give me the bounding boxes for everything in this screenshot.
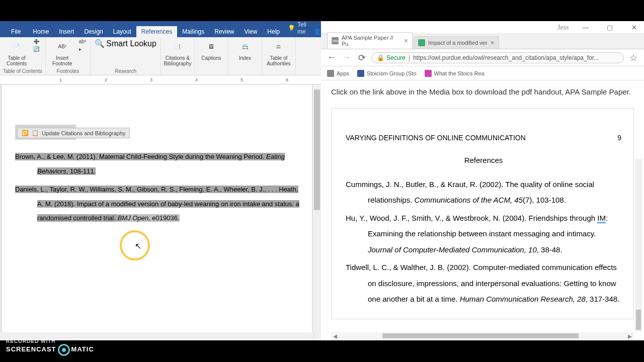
pdf-running-head: VARYING DEFINITIONS OF ONLINE COMMUNICAT…	[346, 134, 621, 142]
scrollbar-thumb[interactable]	[382, 333, 579, 338]
tell-me[interactable]: 💡Tell me	[285, 19, 309, 37]
reference-entry[interactable]: Brown, A., & Lee, M. (2011). Maternal Ch…	[15, 150, 302, 178]
group-footnotes-label: Footnotes	[49, 67, 87, 74]
page-content[interactable]: Click on the link above in the Media box…	[321, 80, 644, 340]
update-citations-label: Update Citations and Bibliography	[42, 130, 125, 136]
next-footnote-button[interactable]: ▸	[78, 46, 87, 52]
cursor-icon: ↖	[135, 241, 141, 251]
logo-icon	[58, 344, 70, 356]
document-page[interactable]: 🔁 📋 Update Citations and Bibliography Re…	[2, 84, 312, 340]
update-table-button[interactable]: 🔄	[32, 46, 40, 52]
browser-tab-apa[interactable]: OWL APA Sample Paper // Pu ×	[327, 32, 413, 49]
pdf-page-number: 9	[617, 134, 621, 142]
group-research-label: Research	[94, 67, 157, 74]
ruler-mark: 3	[150, 77, 152, 82]
document-area[interactable]: 🔁 📋 Update Citations and Bibliography Re…	[0, 84, 321, 340]
ruler-mark: 6	[286, 77, 288, 82]
bulb-icon: 💡	[288, 25, 295, 32]
pdf-viewer[interactable]: VARYING DEFINITIONS OF ONLINE COMMUNICAT…	[331, 108, 634, 319]
address-row: ← → ⟳ 🔒Secure | https://owl.purdue.edu/o…	[321, 49, 644, 66]
ruler-mark: 2	[105, 77, 107, 82]
tab-insert[interactable]: Insert	[54, 26, 79, 37]
citations-button[interactable]: 📑Citations & Bibliography	[164, 38, 191, 66]
ribbon-content: 📄Table of Contents ➕🔄 Table of Contents …	[0, 37, 321, 75]
lookup-icon: 🔍	[95, 39, 105, 48]
pdf-reference: Hu, Y., Wood, J. F., Smith, V., & Westbr…	[346, 210, 621, 258]
word-titlebar	[0, 21, 321, 25]
bookmark-stoicism[interactable]: Stoicism Group (Sto	[357, 70, 416, 77]
bookmarks-bar: Apps Stoicism Group (Sto What the Stoics…	[321, 66, 644, 80]
url-text: https://owl.purdue.edu/owl/research_and_…	[413, 54, 599, 61]
secure-indicator: 🔒Secure	[377, 54, 406, 61]
tab-close-icon[interactable]: ×	[404, 37, 408, 45]
tab-title: Impact of a modified ver	[428, 40, 487, 46]
tab-layout[interactable]: Layout	[108, 26, 136, 37]
toa-icon: ⚖	[271, 38, 287, 54]
scrollbar-thumb[interactable]	[636, 310, 641, 330]
group-toc-label: Table of Contents	[3, 67, 42, 74]
pdf-reference: Tidwell, L. C., & Walther, J. B. (2002).…	[346, 259, 621, 307]
ruler-mark: 4	[195, 77, 198, 82]
scroll-left-icon[interactable]: ◂	[333, 331, 337, 341]
insert-footnote-button[interactable]: AB¹Insert Footnote	[49, 38, 76, 66]
star-button[interactable]: ☆	[628, 52, 639, 63]
refresh-icon: 🔁	[22, 130, 29, 136]
bookmark-stoics[interactable]: What the Stoics Rea	[425, 70, 485, 77]
tab-view[interactable]: View	[239, 26, 263, 37]
tab-design[interactable]: Design	[79, 26, 108, 37]
add-text-button[interactable]: ➕	[32, 38, 40, 45]
cursor-highlight	[120, 230, 150, 260]
share-icon: 👤	[313, 28, 321, 35]
citations-icon: 📑	[170, 38, 186, 54]
watermark: RECORDED WITH SCREENCASTMATIC	[6, 338, 94, 356]
index-button[interactable]: 📇Index	[231, 38, 259, 61]
tab-mailings[interactable]: Mailings	[177, 26, 209, 37]
footnote-icon: AB¹	[54, 38, 70, 54]
ruler-mark: 5	[240, 77, 243, 82]
apps-icon	[327, 70, 334, 77]
favicon-icon	[418, 39, 425, 46]
ribbon-tabs: File Home Insert Design Layout Reference…	[0, 25, 321, 37]
minimize-button[interactable]: —	[578, 22, 593, 33]
ruler-mark: 1	[59, 77, 62, 82]
close-button[interactable]: ✕	[627, 22, 642, 33]
scrollbar-thumb[interactable]	[314, 89, 320, 210]
tab-home[interactable]: Home	[28, 26, 54, 37]
tab-references[interactable]: References	[136, 26, 177, 37]
tab-close-icon[interactable]: ×	[490, 39, 494, 47]
pdf-horizontal-scrollbar[interactable]: ◂ ▸	[331, 332, 634, 339]
bookmark-apps[interactable]: Apps	[327, 70, 349, 77]
pdf-reference: Cummings, J. N., Butler, B., & Kraut, R.…	[346, 176, 621, 208]
forward-button[interactable]: →	[341, 52, 352, 63]
back-button[interactable]: ←	[326, 52, 337, 63]
tab-file[interactable]: File	[4, 26, 28, 37]
insert-endnote-button[interactable]: ab¹	[78, 38, 87, 45]
word-window: File Home Insert Design Layout Reference…	[0, 21, 321, 340]
scroll-right-icon[interactable]: ▸	[628, 331, 632, 341]
reference-entry[interactable]: Daniels, L., Taylor, R. W., Williams, S.…	[15, 183, 302, 226]
vertical-scrollbar[interactable]	[313, 84, 321, 331]
toc-button[interactable]: 📄Table of Contents	[3, 38, 30, 66]
update-citations-bar[interactable]: 🔁 📋 Update Citations and Bibliography	[17, 128, 130, 138]
list-icon: 📋	[32, 130, 39, 136]
maximize-button[interactable]: ▢	[602, 22, 617, 33]
browser-tabs: OWL APA Sample Paper // Pu × Impact of a…	[321, 34, 644, 49]
pdf-references-title: References	[346, 156, 621, 164]
tab-title: APA Sample Paper // Pu	[342, 35, 401, 47]
pdf-vertical-scrollbar[interactable]	[635, 159, 642, 331]
profile-name[interactable]: Jess	[557, 24, 569, 32]
browser-tab-impact[interactable]: Impact of a modified ver ×	[414, 36, 499, 49]
media-instructions: Click on the link above in the Media box…	[331, 86, 634, 98]
tab-help[interactable]: Help	[262, 26, 285, 37]
favicon-icon: OWL	[332, 37, 339, 44]
captions-button[interactable]: 🖼Captions	[198, 38, 225, 61]
index-icon: 📇	[237, 38, 253, 54]
horizontal-ruler[interactable]: 1 2 3 4 5 6	[0, 75, 321, 84]
lock-icon: 🔒	[377, 54, 384, 61]
smart-lookup-button[interactable]: 🔍Smart Lookup	[94, 38, 157, 49]
reload-button[interactable]: ⟳	[356, 52, 367, 63]
toa-button[interactable]: ⚖Table of Authorities	[265, 38, 292, 66]
address-bar[interactable]: 🔒Secure | https://owl.purdue.edu/owl/res…	[371, 52, 624, 63]
tab-review[interactable]: Review	[209, 26, 239, 37]
facebook-icon	[357, 70, 364, 77]
